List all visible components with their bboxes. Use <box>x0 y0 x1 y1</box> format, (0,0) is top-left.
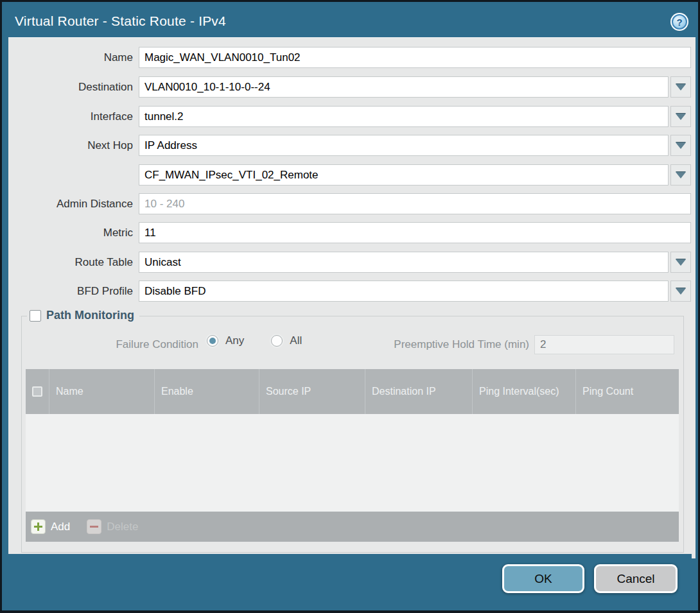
chevron-down-icon <box>676 84 686 91</box>
failure-condition-row: Failure Condition Any All Preemptive Hol… <box>22 334 683 355</box>
name-input[interactable] <box>139 47 691 68</box>
failure-condition-options: Any All <box>207 334 329 347</box>
form-row-route-table: Route Table Unicast <box>21 252 691 273</box>
form-row-bfd-profile: BFD Profile Disable BFD <box>21 281 691 302</box>
dialog-footer: OK Cancel <box>8 554 692 608</box>
plus-icon <box>31 519 46 534</box>
next-hop-address-value[interactable]: CF_MWAN_IPsec_VTI_02_Remote <box>139 164 669 186</box>
add-button-label: Add <box>51 521 70 533</box>
failure-condition-all-radio[interactable] <box>271 335 283 347</box>
route-table-label: Route Table <box>21 252 139 273</box>
path-monitoring-section: Path Monitoring Failure Condition Any Al… <box>21 316 684 553</box>
path-monitoring-checkbox[interactable] <box>30 310 41 322</box>
select-all-cell <box>26 369 49 414</box>
destination-value[interactable]: VLAN0010_10-1-10-0--24 <box>139 76 669 98</box>
interface-label: Interface <box>21 106 139 127</box>
route-table-value[interactable]: Unicast <box>139 252 669 273</box>
column-header-source-ip: Source IP <box>259 369 365 414</box>
interface-dropdown-button[interactable] <box>670 106 691 127</box>
select-all-checkbox[interactable] <box>32 386 42 397</box>
table-header-row: Name Enable Source IP Destination IP Pin… <box>26 369 679 414</box>
path-monitoring-legend: Path Monitoring <box>27 309 139 322</box>
chevron-down-icon <box>676 259 686 266</box>
minus-icon <box>87 519 101 534</box>
route-table-dropdown-button[interactable] <box>670 252 691 273</box>
chevron-down-icon <box>676 142 686 149</box>
preemptive-hold-time-label: Preemptive Hold Time (min) <box>355 334 529 355</box>
failure-condition-all-label: All <box>290 334 302 347</box>
bfd-profile-label: BFD Profile <box>21 281 139 302</box>
form-row-name: Name <box>21 47 691 68</box>
admin-distance-label: Admin Distance <box>21 193 139 214</box>
path-monitoring-table: Name Enable Source IP Destination IP Pin… <box>26 369 679 542</box>
ok-button[interactable]: OK <box>502 564 584 593</box>
next-hop-type-value[interactable]: IP Address <box>139 135 669 156</box>
chevron-down-icon <box>676 172 686 178</box>
column-header-name: Name <box>49 369 154 414</box>
column-header-destination-ip: Destination IP <box>365 369 472 414</box>
dialog-body: Name Destination VLAN0010_10-1-10-0--24 … <box>8 37 696 558</box>
interface-value[interactable]: tunnel.2 <box>139 106 669 127</box>
destination-dropdown-button[interactable] <box>670 76 691 98</box>
preemptive-hold-time-input[interactable] <box>534 335 674 354</box>
next-hop-type-dropdown-button[interactable] <box>670 135 691 156</box>
form-row-next-hop-address: CF_MWAN_IPsec_VTI_02_Remote <box>21 164 691 186</box>
admin-distance-input[interactable] <box>139 193 691 214</box>
add-button[interactable]: Add <box>31 519 70 534</box>
column-header-enable: Enable <box>154 369 259 414</box>
form-row-next-hop: Next Hop IP Address <box>21 135 691 156</box>
destination-label: Destination <box>21 76 139 98</box>
form-row-metric: Metric <box>21 222 691 243</box>
form-row-destination: Destination VLAN0010_10-1-10-0--24 <box>21 76 691 98</box>
delete-button[interactable]: Delete <box>87 519 138 534</box>
metric-input[interactable] <box>139 222 691 243</box>
delete-button-label: Delete <box>107 521 138 533</box>
form-row-admin-distance: Admin Distance <box>21 193 691 214</box>
help-icon: ? <box>672 14 687 30</box>
help-button[interactable]: ? <box>670 13 688 31</box>
table-body-empty <box>26 414 679 512</box>
path-monitoring-label: Path Monitoring <box>46 309 134 322</box>
cancel-button[interactable]: Cancel <box>594 564 678 593</box>
form-row-interface: Interface tunnel.2 <box>21 106 691 127</box>
column-header-ping-interval: Ping Interval(sec) <box>472 369 575 414</box>
chevron-down-icon <box>676 288 686 295</box>
dialog-frame: Virtual Router - Static Route - IPv4 ? N… <box>2 2 698 610</box>
next-hop-address-label <box>21 164 139 186</box>
table-toolbar: Add Delete <box>26 512 679 542</box>
column-header-ping-count: Ping Count <box>575 369 679 414</box>
failure-condition-any-label: Any <box>225 334 244 347</box>
chevron-down-icon <box>676 114 686 120</box>
next-hop-address-dropdown-button[interactable] <box>670 164 691 186</box>
name-label: Name <box>21 47 139 68</box>
bfd-profile-dropdown-button[interactable] <box>670 281 691 302</box>
failure-condition-label: Failure Condition <box>22 334 198 355</box>
metric-label: Metric <box>21 222 139 243</box>
dialog-title: Virtual Router - Static Route - IPv4 <box>8 13 226 29</box>
dialog-titlebar: Virtual Router - Static Route - IPv4 ? <box>8 5 692 37</box>
failure-condition-any-radio[interactable] <box>207 335 218 347</box>
bfd-profile-value[interactable]: Disable BFD <box>139 281 669 302</box>
next-hop-label: Next Hop <box>21 135 139 156</box>
